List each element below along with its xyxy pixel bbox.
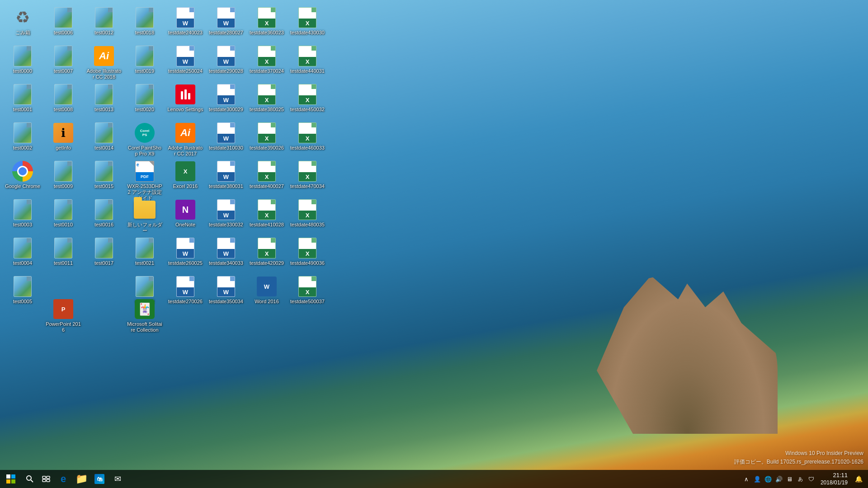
icon-test0002[interactable]: test0002	[2, 120, 43, 158]
icon-testdate440031[interactable]: X testdate440031	[287, 43, 328, 81]
onenote-icon: N	[175, 200, 195, 220]
icon-test0008[interactable]: test0008	[43, 81, 84, 120]
icon-ppt-2016[interactable]: P PowerPoint 2016	[43, 296, 84, 334]
icon-test0010[interactable]: test0010	[43, 197, 84, 235]
svg-line-1	[31, 480, 33, 482]
edge-taskbar-button[interactable]: e	[54, 470, 72, 488]
icon-testdate270026[interactable]: W testdate270026	[165, 273, 206, 312]
icon-testdate350034[interactable]: W testdate350034	[206, 273, 246, 312]
icon-testdate390026[interactable]: X testdate390026	[246, 120, 287, 158]
icon-testdate250024[interactable]: W testdate250024	[165, 43, 206, 81]
icon-test0019[interactable]: test0019	[124, 43, 165, 81]
icon-test0012[interactable]: test0012	[84, 5, 124, 43]
icon-getinfo[interactable]: ℹ getInfo	[43, 120, 84, 158]
notification-button[interactable]: 🔔	[851, 470, 866, 488]
tray-overflow-button[interactable]: ∧	[741, 470, 752, 488]
icon-label-testdate340033: testdate340033	[209, 260, 243, 266]
icon-label-chrome: Google Chrome	[5, 183, 40, 189]
icon-testdate310030[interactable]: W testdate310030	[206, 120, 246, 158]
icon-testdate450032[interactable]: X testdate450032	[287, 81, 328, 120]
start-button[interactable]	[0, 470, 22, 488]
icon-label-testdate470034: testdate470034	[290, 183, 325, 189]
icon-testdate470034[interactable]: X testdate470034	[287, 158, 328, 197]
tray-person-icon[interactable]: 👤	[752, 470, 763, 488]
clock[interactable]: 21:11 2018/01/19	[817, 472, 851, 486]
icon-test0016[interactable]: test0016	[84, 197, 124, 235]
task-view-button[interactable]	[38, 470, 54, 488]
icon-ai-cc2018[interactable]: Ai Adobe Illustrator CC 2018	[84, 43, 124, 81]
taskbar: e 📁 🛍 ✉ ∧ 👤 🌐 🔊 🖥 あ 🛡	[0, 470, 868, 488]
icon-label-test0017: test0017	[94, 260, 113, 266]
svg-rect-3	[47, 476, 50, 479]
icon-testdate500037[interactable]: X testdate500037	[287, 273, 328, 312]
icon-testdate280027[interactable]: W testdate280027	[206, 5, 246, 43]
icon-label-testdate370024: testdate370024	[250, 68, 284, 74]
icon-test0011[interactable]: test0011	[43, 235, 84, 273]
icon-testdate380025[interactable]: X testdate380025	[246, 81, 287, 120]
icon-testdate290028[interactable]: W testdate290028	[206, 43, 246, 81]
icon-test0021[interactable]: test0021	[124, 235, 165, 273]
icon-testdate330032[interactable]: W testdate330032	[206, 197, 246, 235]
icon-label-testdate440031: testdate440031	[290, 68, 325, 74]
icon-testdate400027[interactable]: X testdate400027	[246, 158, 287, 197]
icon-ai-cc2017[interactable]: Ai Adobe Illustrator CC 2017	[165, 120, 206, 158]
icon-test0015[interactable]: test0015	[84, 158, 124, 197]
icon-test0013[interactable]: test0013	[84, 81, 124, 120]
icon-testdate370024[interactable]: X testdate370024	[246, 43, 287, 81]
search-icon	[26, 475, 34, 483]
icon-testdate480035[interactable]: X testdate480035	[287, 197, 328, 235]
icon-corel[interactable]: CorelPS Corel PaintShop Pro X9	[124, 120, 165, 158]
icon-test0004[interactable]: test0004	[2, 235, 43, 273]
build-info-line1: Windows 10 Pro Insider Preview	[734, 449, 863, 458]
icon-testdate420029[interactable]: X testdate420029	[246, 235, 287, 273]
tray-volume-icon[interactable]: 🔊	[774, 470, 784, 488]
icon-test0018[interactable]: test0018	[124, 5, 165, 43]
icon-excel-2016[interactable]: X Excel 2016	[165, 158, 206, 197]
icon-recycle-bin[interactable]: ♻ ごみ箱	[2, 5, 43, 43]
tray-display-icon[interactable]: 🖥	[784, 470, 795, 488]
icon-testdate340033[interactable]: W testdate340033	[206, 235, 246, 273]
icon-test0009[interactable]: test0009	[43, 158, 84, 197]
icon-testdate410028[interactable]: X testdate410028	[246, 197, 287, 235]
icon-label-testdate490036: testdate490036	[290, 260, 325, 266]
icon-google-chrome[interactable]: Google Chrome	[2, 158, 43, 197]
person-icon: 👤	[754, 476, 761, 483]
icon-testdate460033[interactable]: X testdate460033	[287, 120, 328, 158]
mail-button[interactable]: ✉	[108, 470, 127, 488]
tray-ime-icon[interactable]: あ	[795, 470, 806, 488]
icon-test0001[interactable]: test0001	[2, 81, 43, 120]
icon-test0017[interactable]: test0017	[84, 235, 124, 273]
icon-test0007[interactable]: test0007	[43, 43, 84, 81]
icon-testdate490036[interactable]: X testdate490036	[287, 235, 328, 273]
icon-testdate300029[interactable]: W testdate300029	[206, 81, 246, 120]
icon-testdate380031[interactable]: W testdate380031	[206, 158, 246, 197]
icon-label-testdate390026: testdate390026	[250, 145, 284, 151]
icon-test0005[interactable]: test0005	[2, 273, 43, 312]
tray-network-icon[interactable]: 🌐	[763, 470, 774, 488]
icon-new-folder[interactable]: 新しいフォルダー	[124, 197, 165, 235]
icon-testdate430030[interactable]: X testdate430030	[287, 5, 328, 43]
icon-test0006[interactable]: test0006	[43, 5, 84, 43]
icon-lenovo[interactable]: Lenovo Settings	[165, 81, 206, 120]
icon-label-testdate460033: testdate460033	[290, 145, 325, 151]
icon-testdate360023[interactable]: X testdate360023	[246, 5, 287, 43]
excel-app-icon: X	[175, 161, 195, 181]
icon-testdate260025[interactable]: W testdate260025	[165, 235, 206, 273]
icon-solitaire[interactable]: 🃏 Microsoft Solitaire Collection	[124, 296, 165, 334]
new-folder-icon	[134, 201, 156, 219]
icon-label-testdate300029: testdate300029	[209, 107, 243, 113]
icon-test0003[interactable]: test0003	[2, 197, 43, 235]
tray-security-icon[interactable]: 🛡	[806, 470, 817, 488]
icon-onenote[interactable]: N OneNote	[165, 197, 206, 235]
file-explorer-button[interactable]: 📁	[72, 470, 90, 488]
icon-wxr-pdf[interactable]: PDF e WXR-2533DHP2 アンテナ設定ガイド	[124, 158, 165, 197]
icon-test0020[interactable]: test0020	[124, 81, 165, 120]
icon-test0000[interactable]: test0000	[2, 43, 43, 81]
icon-testdate240023[interactable]: W testdate240023	[165, 5, 206, 43]
search-button[interactable]	[22, 470, 38, 488]
icon-label-test0009: test0009	[54, 183, 73, 189]
store-button[interactable]: 🛍	[90, 470, 108, 488]
icon-test0014[interactable]: test0014	[84, 120, 124, 158]
icon-word-2016[interactable]: W Word 2016	[246, 273, 287, 312]
icon-label-new-folder: 新しいフォルダー	[127, 222, 163, 234]
